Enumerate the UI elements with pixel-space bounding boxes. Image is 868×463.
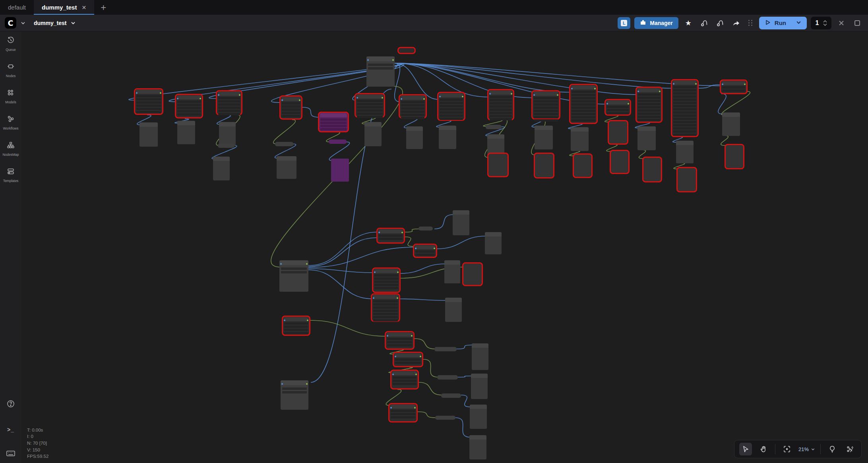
select-tool-button[interactable]: [739, 443, 752, 455]
stop-queue-icon[interactable]: [851, 17, 863, 29]
pan-tool-button[interactable]: [757, 443, 770, 455]
drag-handle[interactable]: [748, 20, 753, 26]
sidebar-item-queue[interactable]: Queue: [6, 36, 16, 52]
graph-node-cB[interactable]: [434, 347, 457, 351]
graph-node-p3[interactable]: [219, 122, 236, 146]
chevron-down-icon[interactable]: [70, 20, 76, 26]
graph-node-r4[interactable]: [279, 95, 302, 120]
graph-node-rp[interactable]: [318, 112, 349, 132]
graph-node-cA[interactable]: [418, 227, 433, 231]
graph-node-r9[interactable]: [531, 90, 560, 120]
graph-node-rpL[interactable]: [462, 262, 483, 286]
close-tab-icon[interactable]: ✕: [81, 4, 86, 11]
sidebar-item-models[interactable]: Models: [5, 89, 16, 104]
graph-node-hubL[interactable]: [279, 260, 308, 292]
graph-node-cE[interactable]: [435, 416, 455, 420]
graph-node-pH[interactable]: [469, 435, 486, 459]
graph-node-p12[interactable]: [637, 126, 656, 150]
graph-node-redB[interactable]: [413, 244, 437, 258]
graph-node-pB[interactable]: [485, 232, 502, 254]
graph-node-rp12[interactable]: [642, 157, 662, 182]
run-options-chevron-icon[interactable]: [796, 19, 802, 27]
sidebar-item-nodesmap[interactable]: NodesMap: [2, 141, 19, 157]
graph-node-plainL[interactable]: [281, 380, 308, 410]
graph-node-r1[interactable]: [134, 88, 163, 115]
toggle-links-icon[interactable]: [844, 443, 856, 455]
sidebar-item-templates[interactable]: Templates: [3, 167, 19, 183]
graph-node-c3[interactable]: [218, 143, 234, 148]
keyboard-icon[interactable]: [6, 449, 15, 459]
graph-node-redD[interactable]: [371, 293, 400, 322]
zoom-level-dropdown[interactable]: 21%: [798, 446, 815, 452]
graph-node-r6[interactable]: [399, 94, 427, 118]
graph-node-p3b[interactable]: [213, 157, 230, 180]
graph-node-rp10[interactable]: [573, 153, 593, 178]
graph-node-p7[interactable]: [439, 126, 456, 149]
graph-node-hub[interactable]: [366, 56, 395, 87]
graph-node-c8[interactable]: [486, 125, 502, 129]
graph-node-p13[interactable]: [676, 141, 694, 163]
graph-node-rp11b[interactable]: [610, 150, 630, 174]
graph-node-r11[interactable]: [604, 99, 631, 116]
graph-node-rp9[interactable]: [534, 153, 554, 178]
graph-node-pG[interactable]: [470, 405, 487, 429]
manager-button[interactable]: Manager: [634, 17, 678, 29]
graph-node-p9[interactable]: [535, 126, 553, 149]
comfyui-logo[interactable]: C: [5, 17, 16, 29]
graph-node-r5[interactable]: [355, 93, 385, 118]
layout-badge-button[interactable]: L: [618, 17, 630, 29]
graph-node-pE[interactable]: [472, 343, 488, 370]
cancel-icon[interactable]: [835, 17, 847, 29]
graph-node-r8[interactable]: [487, 89, 514, 120]
tab-default[interactable]: default: [0, 0, 34, 15]
graph-node-p1[interactable]: [140, 122, 158, 147]
graph-node-redE[interactable]: [282, 316, 310, 336]
graph-node-r10[interactable]: [569, 84, 598, 124]
fit-view-icon[interactable]: [781, 443, 793, 455]
graph-node-p14[interactable]: [722, 112, 740, 136]
batch-count-stepper[interactable]: 1: [811, 17, 831, 29]
graph-node-redH[interactable]: [390, 370, 419, 389]
graph-node-r2[interactable]: [175, 94, 203, 118]
graph-node-cC[interactable]: [437, 375, 458, 380]
graph-node-rp8[interactable]: [487, 153, 509, 177]
terminal-icon[interactable]: >_: [7, 426, 14, 433]
graph-node-pD[interactable]: [445, 298, 462, 322]
graph-node-rp14[interactable]: [725, 144, 744, 169]
favorite-star-icon[interactable]: ★: [682, 17, 694, 29]
graph-node-r12[interactable]: [636, 87, 663, 123]
graph-node-p5[interactable]: [364, 122, 382, 146]
tab-dummy-test[interactable]: dummy_test ✕: [34, 0, 94, 15]
graph-node-p10[interactable]: [571, 127, 589, 151]
graph-node-redC[interactable]: [372, 267, 401, 293]
graph-node-t0[interactable]: [397, 47, 416, 54]
workflow-name[interactable]: dummy_test: [34, 20, 66, 26]
graph-node-r13[interactable]: [671, 79, 699, 137]
hook-icon-2[interactable]: [714, 17, 726, 29]
graph-node-redA[interactable]: [376, 228, 405, 244]
help-icon[interactable]: [6, 399, 15, 410]
sidebar-item-nodes[interactable]: Nodes: [6, 62, 16, 78]
graph-node-r14[interactable]: [720, 79, 748, 94]
run-button[interactable]: Run: [759, 17, 807, 29]
graph-node-pp[interactable]: [331, 159, 349, 182]
graph-node-redI[interactable]: [388, 403, 418, 422]
sidebar-item-workflows[interactable]: Workflows: [3, 115, 18, 130]
graph-node-pF[interactable]: [471, 374, 488, 399]
graph-node-pC[interactable]: [444, 260, 460, 283]
chevron-down-icon[interactable]: [20, 20, 26, 26]
new-tab-button[interactable]: +: [94, 0, 112, 15]
graph-node-rp11a[interactable]: [608, 120, 628, 145]
graph-node-p6[interactable]: [406, 126, 423, 149]
graph-node-cp[interactable]: [329, 139, 347, 144]
graph-node-redF[interactable]: [385, 331, 415, 350]
toggle-lights-icon[interactable]: [826, 443, 839, 455]
graph-node-c4[interactable]: [275, 142, 293, 146]
graph-node-r3[interactable]: [216, 90, 242, 115]
graph-node-p4[interactable]: [277, 156, 296, 179]
graph-node-cD[interactable]: [441, 393, 461, 398]
graph-node-r7[interactable]: [437, 92, 465, 121]
hook-icon-1[interactable]: [698, 17, 710, 29]
share-icon[interactable]: [730, 17, 742, 29]
graph-node-rp13[interactable]: [676, 167, 697, 192]
